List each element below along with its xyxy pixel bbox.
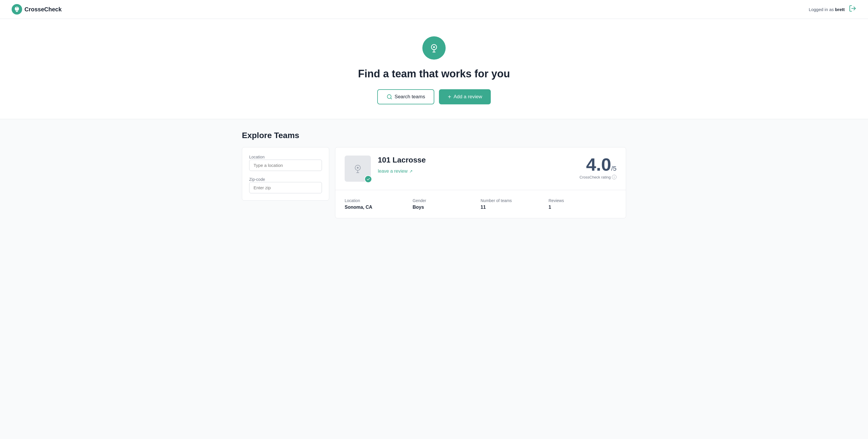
team-header: 101 Lacrosse leave a review ↗ 4.0/5 Cros… (335, 147, 626, 190)
hero-logo-icon (422, 36, 446, 60)
logo-icon (12, 4, 22, 14)
detail-label: Number of teams (480, 198, 549, 203)
team-name: 101 Lacrosse (378, 156, 580, 165)
rating-label: CrossCheck rating i (580, 175, 617, 179)
logo-text: CrosseCheck (25, 6, 62, 13)
zip-input[interactable] (249, 182, 322, 193)
hero-title: Find a team that works for you (358, 68, 510, 80)
location-input[interactable] (249, 160, 322, 171)
header-right: Logged in as brett (809, 5, 856, 14)
username: brett (835, 7, 845, 12)
team-listing: 101 Lacrosse leave a review ↗ 4.0/5 Cros… (335, 147, 626, 218)
detail-label: Location (345, 198, 413, 203)
detail-value: 11 (480, 205, 549, 210)
detail-value: Sonoma, CA (345, 205, 413, 210)
logo-area: CrosseCheck (12, 4, 62, 14)
hero-buttons: Search teams + Add a review (377, 89, 491, 104)
svg-point-1 (16, 8, 18, 9)
sidebar-filters: Location Zip-code (242, 147, 329, 201)
main-content: Explore Teams Location Zip-code (230, 119, 638, 230)
detail-value: 1 (549, 205, 617, 210)
team-info: 101 Lacrosse leave a review ↗ (378, 156, 580, 174)
verified-badge (365, 175, 372, 183)
detail-label: Gender (413, 198, 481, 203)
team-logo-placeholder (351, 162, 364, 175)
zip-label: Zip-code (249, 177, 265, 182)
add-review-button[interactable]: + Add a review (439, 89, 491, 104)
header: CrosseCheck Logged in as brett (0, 0, 868, 19)
detail-col: Reviews 1 (549, 196, 617, 212)
plus-icon: + (448, 94, 451, 100)
info-icon[interactable]: i (612, 175, 617, 179)
arrow-icon: ↗ (409, 169, 413, 174)
hero-section: Find a team that works for you Search te… (0, 19, 868, 119)
svg-point-4 (433, 46, 435, 48)
svg-point-8 (357, 167, 359, 169)
detail-label: Reviews (549, 198, 617, 203)
search-teams-button[interactable]: Search teams (377, 89, 435, 104)
rating-number: 4.0 (586, 155, 611, 174)
rating-display: 4.0/5 (580, 156, 617, 174)
location-label: Location (249, 155, 265, 159)
team-rating: 4.0/5 CrossCheck rating i (580, 156, 617, 179)
detail-col: Gender Boys (413, 196, 481, 212)
search-icon (386, 94, 392, 100)
leave-review-link[interactable]: leave a review ↗ (378, 169, 580, 174)
content-layout: Location Zip-code (242, 147, 626, 218)
explore-title: Explore Teams (242, 131, 626, 140)
logged-in-label: Logged in as brett (809, 7, 845, 12)
svg-line-6 (390, 98, 392, 99)
detail-col: Number of teams 11 (480, 196, 549, 212)
detail-value: Boys (413, 205, 481, 210)
detail-col: Location Sonoma, CA (345, 196, 413, 212)
team-details: Location Sonoma, CA Gender Boys Number o… (335, 190, 626, 218)
rating-denom: /5 (611, 165, 617, 172)
logout-icon[interactable] (849, 5, 856, 14)
team-logo (345, 156, 371, 182)
